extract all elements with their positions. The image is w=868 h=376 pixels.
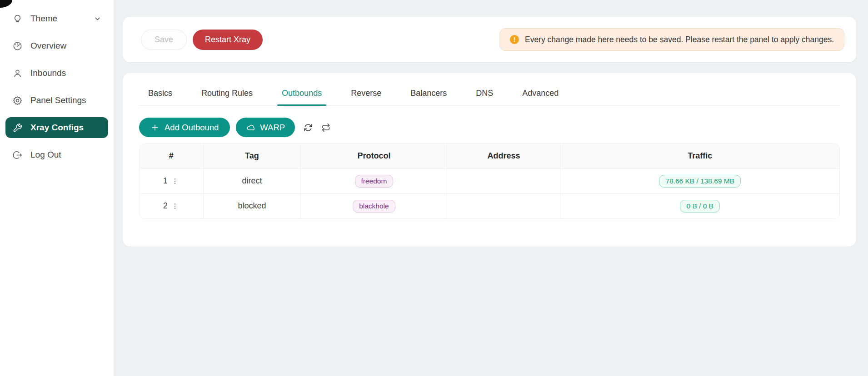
address-cell [447,193,560,218]
tag-cell: direct [203,168,301,193]
toolbar: Save Restart Xray ! Every change made he… [123,17,856,62]
refresh-button[interactable] [304,123,313,132]
tab-balancers[interactable]: Balancers [410,89,447,105]
traffic-badge: 0 B / 0 B [680,200,719,213]
tab-basics[interactable]: Basics [148,89,172,105]
sidebar: Theme Overview Inbounds Panel Settings X… [0,0,114,376]
sidebar-item-label: Log Out [30,150,61,160]
sidebar-item-label: Inbounds [30,68,66,78]
repeat-icon [321,123,330,132]
tab-routing-rules[interactable]: Routing Rules [201,89,253,105]
save-button[interactable]: Save [141,30,187,50]
config-tabs: Basics Routing Rules Outbounds Reverse B… [139,73,840,106]
sidebar-item-label: Panel Settings [30,95,86,105]
tab-dns[interactable]: DNS [476,89,493,105]
plus-icon [150,123,160,132]
gear-icon [12,95,23,106]
row-index: 1 [163,176,168,186]
traffic-badge: 78.66 KB / 138.69 MB [659,175,741,188]
tag-cell: blocked [203,193,301,218]
chevron-down-icon [94,15,101,23]
warning-icon: ! [510,35,519,44]
tab-outbounds[interactable]: Outbounds [282,89,322,105]
tab-advanced[interactable]: Advanced [522,89,559,105]
protocol-badge: blackhole [353,200,395,213]
logout-icon [12,150,23,160]
row-menu-button[interactable] [170,202,180,211]
column-header-tag: Tag [203,144,301,168]
repeat-button[interactable] [321,123,330,132]
row-index: 2 [163,201,168,211]
warp-button[interactable]: WARP [236,118,295,137]
column-header-traffic: Traffic [560,144,839,168]
table-row: 1 direct freedom [140,168,839,193]
sidebar-item-panel-settings[interactable]: Panel Settings [5,90,108,111]
refresh-icon [304,123,313,132]
sidebar-item-overview[interactable]: Overview [5,35,108,56]
alert-text: Every change made here needs to be saved… [525,35,834,45]
dashboard-icon [12,41,23,51]
outbounds-actions-row: Add Outbound WARP [139,118,840,137]
wrench-icon [12,123,23,133]
sidebar-item-xray-configs[interactable]: Xray Configs [5,117,108,138]
vertical-dots-icon [171,178,179,185]
xray-config-panel: Basics Routing Rules Outbounds Reverse B… [123,73,856,247]
traffic-cell: 78.66 KB / 138.69 MB [560,168,839,193]
restart-xray-button[interactable]: Restart Xray [193,30,263,50]
main-content: Save Restart Xray ! Every change made he… [114,0,868,376]
column-header-protocol: Protocol [301,144,447,168]
protocol-cell: freedom [301,168,447,193]
row-menu-button[interactable] [170,177,180,186]
restart-warning-alert: ! Every change made here needs to be sav… [499,28,844,51]
add-outbound-button[interactable]: Add Outbound [139,118,230,137]
protocol-badge: freedom [355,175,394,188]
sidebar-item-label: Overview [30,41,66,51]
column-header-address: Address [447,144,560,168]
tab-reverse[interactable]: Reverse [351,89,381,105]
sidebar-item-label: Xray Configs [30,123,84,133]
table-header-row: # Tag Protocol Address Traffic [140,144,839,168]
sidebar-item-log-out[interactable]: Log Out [5,144,108,165]
table-row: 2 blocked blackhole [140,193,839,218]
add-outbound-label: Add Outbound [165,123,219,133]
user-icon [12,68,23,79]
sidebar-item-label: Theme [30,14,57,24]
outbounds-table: # Tag Protocol Address Traffic 1 [139,143,840,219]
sidebar-item-inbounds[interactable]: Inbounds [5,63,108,84]
vertical-dots-icon [171,203,179,210]
address-cell [447,168,560,193]
column-header-index: # [140,144,203,168]
protocol-cell: blackhole [301,193,447,218]
traffic-cell: 0 B / 0 B [560,193,839,218]
warp-label: WARP [260,123,285,133]
sidebar-item-theme[interactable]: Theme [5,8,108,29]
cloud-icon [246,123,255,132]
lightbulb-icon [12,14,23,24]
